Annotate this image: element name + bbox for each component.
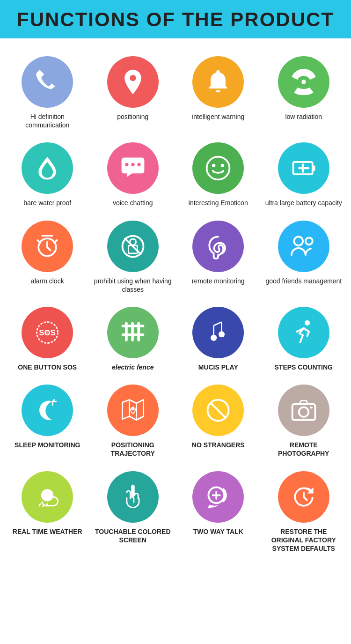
svg-point-20 <box>211 335 217 341</box>
svg-rect-28 <box>310 407 313 409</box>
music-play-icon <box>192 307 244 358</box>
low-radiation-icon <box>278 56 329 108</box>
electric-fence-icon <box>107 307 159 358</box>
svg-rect-19 <box>137 322 140 341</box>
feature-ultra-large-battery: ultra large battery capacity <box>261 134 347 212</box>
feature-intelligent-warning: intelligent warning <box>176 48 261 134</box>
hi-def-comm-label: Hi definition communication <box>8 112 87 129</box>
page-title: FUNCTIONS OF THE PRODUCT <box>5 8 346 31</box>
no-strangers-label: NO STRANGERS <box>192 441 245 449</box>
sos-icon: SOS <box>22 307 73 358</box>
feature-interesting-emoticon: interesting Emoticon <box>176 134 261 212</box>
positioning-icon <box>107 56 159 108</box>
two-way-talk-icon <box>192 471 244 523</box>
prohibit-class-label: prohibit using when having classes <box>94 277 172 294</box>
interesting-emoticon-label: interesting Emoticon <box>189 199 248 207</box>
voice-chatting-icon <box>107 142 159 194</box>
header: FUNCTIONS OF THE PRODUCT <box>0 0 351 38</box>
feature-remote-monitoring: remote monitoring <box>176 212 261 298</box>
sleep-monitoring-label: SLEEP MONITORING <box>15 441 80 449</box>
feature-voice-chatting: voice chatting <box>90 134 176 212</box>
positioning-label: positioning <box>117 112 148 121</box>
feature-steps-counting: STEPS COUNTING <box>261 298 347 376</box>
feature-hi-def-comm: Hi definition communication <box>5 48 90 134</box>
feature-alarm-clock: alarm clock <box>5 212 90 298</box>
prohibit-class-icon <box>107 221 159 272</box>
svg-point-1 <box>212 164 216 168</box>
remote-photography-label: REMOTE PHOTOGRAPHY <box>265 441 343 458</box>
svg-point-10 <box>294 237 303 245</box>
alarm-clock-label: alarm clock <box>31 277 64 285</box>
low-radiation-label: low radiation <box>285 112 322 121</box>
feature-bare-water-proof: bare water proof <box>5 134 90 212</box>
real-time-weather-icon <box>22 471 73 523</box>
svg-point-21 <box>219 331 225 337</box>
svg-point-8 <box>130 239 136 245</box>
svg-point-27 <box>299 407 308 417</box>
positioning-trajectory-icon <box>107 385 159 436</box>
steps-counting-icon <box>278 307 329 358</box>
svg-point-2 <box>221 164 225 168</box>
intelligent-warning-label: intelligent warning <box>192 112 244 121</box>
features-grid: Hi definition communicationpositioningin… <box>0 38 351 567</box>
bare-water-proof-label: bare water proof <box>23 199 71 207</box>
interesting-emoticon-icon <box>192 142 244 194</box>
voice-chatting-label: voice chatting <box>113 199 153 207</box>
positioning-trajectory-label: POSITIONING TRAJECTORY <box>94 441 172 458</box>
svg-rect-18 <box>131 322 134 341</box>
no-strangers-icon <box>192 385 244 436</box>
music-play-label: MUCIS PLAY <box>198 363 238 371</box>
svg-point-11 <box>306 237 313 244</box>
sos-label: ONE BUTTON SOS <box>18 363 77 371</box>
alarm-clock-icon <box>22 221 73 272</box>
feature-positioning: positioning <box>90 48 176 134</box>
feature-touchable-screen: TOUCHABLE COLORED SCREEN <box>90 463 176 558</box>
feature-real-time-weather: REAL TIME WEATHER <box>5 463 90 558</box>
feature-no-strangers: NO STRANGERS <box>176 376 261 462</box>
ultra-large-battery-icon <box>278 142 329 194</box>
feature-positioning-trajectory: POSITIONING TRAJECTORY <box>90 376 176 462</box>
remote-photography-icon <box>278 385 329 436</box>
svg-point-23 <box>131 407 135 411</box>
steps-counting-label: STEPS COUNTING <box>275 363 333 371</box>
feature-low-radiation: low radiation <box>261 48 347 134</box>
svg-line-25 <box>210 402 226 418</box>
hi-def-comm-icon <box>22 56 73 108</box>
svg-rect-4 <box>313 166 315 171</box>
restore-factory-label: RESTORE THE ORIGINAL FACTORY SYSTEM DEFA… <box>265 527 343 553</box>
svg-point-0 <box>207 157 230 180</box>
feature-electric-fence: electric fence <box>90 298 176 376</box>
feature-good-friends: good friends management <box>261 212 347 298</box>
feature-two-way-talk: TWO WAY TALK <box>176 463 261 558</box>
touchable-screen-icon <box>107 471 159 523</box>
restore-factory-icon <box>278 471 329 523</box>
feature-remote-photography: REMOTE PHOTOGRAPHY <box>261 376 347 462</box>
svg-point-14 <box>45 330 50 335</box>
feature-sleep-monitoring: SLEEP MONITORING <box>5 376 90 462</box>
svg-rect-17 <box>125 322 128 341</box>
good-friends-icon <box>278 221 329 272</box>
good-friends-label: good friends management <box>265 277 342 285</box>
touchable-screen-label: TOUCHABLE COLORED SCREEN <box>94 527 172 544</box>
feature-music-play: MUCIS PLAY <box>176 298 261 376</box>
feature-restore-factory: RESTORE THE ORIGINAL FACTORY SYSTEM DEFA… <box>261 463 347 558</box>
svg-line-7 <box>124 238 141 255</box>
two-way-talk-label: TWO WAY TALK <box>193 527 243 536</box>
ultra-large-battery-label: ultra large battery capacity <box>265 199 342 207</box>
remote-monitoring-label: remote monitoring <box>192 277 245 285</box>
feature-prohibit-class: prohibit using when having classes <box>90 212 176 298</box>
sleep-monitoring-icon <box>22 385 73 436</box>
real-time-weather-label: REAL TIME WEATHER <box>13 527 82 536</box>
electric-fence-label: electric fence <box>112 363 154 371</box>
svg-point-22 <box>305 320 310 326</box>
feature-sos: SOSONE BUTTON SOS <box>5 298 90 376</box>
intelligent-warning-icon <box>192 56 244 108</box>
remote-monitoring-icon <box>192 221 244 272</box>
bare-water-proof-icon <box>22 142 73 194</box>
